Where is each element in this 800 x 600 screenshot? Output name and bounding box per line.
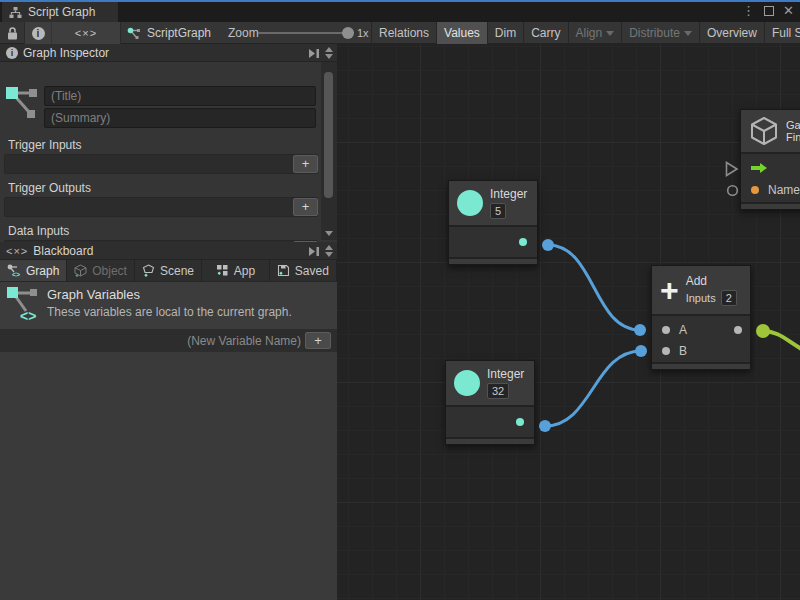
integer-type-icon: [457, 190, 483, 216]
object-tab-icon: [74, 264, 87, 277]
node-integer-5[interactable]: Integer 5: [448, 180, 538, 265]
graph-summary-input[interactable]: [44, 108, 316, 128]
graph-title-input[interactable]: [44, 86, 316, 106]
dock-icon[interactable]: [308, 246, 321, 257]
graph-inspector-body: Trigger Inputs + Trigger Outputs + Data …: [0, 62, 337, 240]
blackboard-icon: <×>: [6, 245, 28, 257]
control-input-arrow-icon[interactable]: [751, 163, 767, 173]
graph-tree-icon: [9, 6, 22, 19]
info-icon: i: [6, 47, 18, 59]
trigger-inputs-label: Trigger Inputs: [8, 138, 82, 152]
side-panel: i Graph Inspector Trigger Inputs + Trigg…: [0, 44, 337, 600]
window-menu-icon[interactable]: ⋮: [742, 2, 755, 20]
input-port-a[interactable]: [662, 326, 670, 334]
graph-breadcrumb[interactable]: ScriptGraph: [127, 22, 211, 44]
node-title-line1: Game Object: [786, 119, 800, 131]
graph-inspector-header: i Graph Inspector: [0, 44, 337, 62]
inputs-count-field[interactable]: 2: [721, 290, 737, 306]
graph-variables-icon: <>: [6, 285, 40, 325]
distribute-dropdown[interactable]: Distribute: [621, 22, 699, 44]
node-integer-32[interactable]: Integer 32: [445, 360, 535, 445]
graph-variables-info: <> Graph Variables These variables are l…: [0, 282, 337, 329]
scrollbar-thumb[interactable]: [324, 72, 333, 198]
tab-saved[interactable]: Saved: [270, 260, 337, 281]
output-port[interactable]: [516, 418, 524, 426]
output-port[interactable]: [734, 326, 742, 334]
tab-graph[interactable]: <> Graph: [0, 260, 67, 281]
graph-variables-title: Graph Variables: [47, 287, 140, 302]
fullscreen-button[interactable]: Full Screen: [764, 22, 800, 44]
integer-value-field[interactable]: 5: [490, 203, 506, 219]
overview-button[interactable]: Overview: [699, 22, 764, 44]
wire-add-output: [763, 331, 800, 351]
window-focus-highlight: [0, 0, 800, 2]
port-b-label: B: [679, 344, 687, 358]
trigger-outputs-label: Trigger Outputs: [8, 181, 91, 195]
window-maximize-icon[interactable]: [764, 6, 774, 16]
tab-scene[interactable]: Scene: [135, 260, 202, 281]
tab-app[interactable]: App: [202, 260, 269, 281]
node-gameobject-find[interactable]: Game Object Find Name: [740, 109, 800, 210]
new-variable-input[interactable]: [4, 331, 301, 350]
scroll-down-icon[interactable]: [325, 231, 333, 236]
script-graph-icon: [127, 27, 141, 40]
zoom-slider[interactable]: [258, 22, 354, 44]
add-trigger-output-button[interactable]: +: [293, 198, 318, 216]
blackboard-title: Blackboard: [33, 244, 93, 258]
zoom-slider-handle[interactable]: [342, 27, 354, 39]
graph-variables-description: These variables are local to the current…: [47, 305, 292, 319]
wire-endpoint[interactable]: [635, 345, 647, 357]
trigger-port-outline-icon[interactable]: [725, 161, 739, 177]
wire-endpoint[interactable]: [634, 324, 646, 336]
trigger-outputs-list: [4, 197, 318, 217]
panel-scroll-spinner[interactable]: [325, 47, 335, 59]
lock-button[interactable]: [2, 22, 23, 44]
wire-endpoint[interactable]: [756, 324, 770, 338]
integer-type-icon: [454, 370, 480, 396]
relations-button[interactable]: Relations: [371, 22, 436, 44]
wire-int5-to-a: [548, 245, 640, 330]
window-close-icon[interactable]: ✕: [783, 2, 794, 20]
add-trigger-input-button[interactable]: +: [293, 155, 318, 173]
window-titlebar: Script Graph ⋮ ✕: [0, 0, 800, 22]
dim-button[interactable]: Dim: [487, 22, 523, 44]
wire-endpoint[interactable]: [542, 239, 554, 251]
dock-icon[interactable]: [308, 48, 321, 59]
carry-button[interactable]: Carry: [523, 22, 567, 44]
cube-icon: [749, 115, 779, 147]
graph-name: ScriptGraph: [147, 26, 211, 40]
app-tab-icon: [216, 264, 229, 277]
node-title-line2: Find: [786, 131, 800, 143]
tab-label: Script Graph: [28, 5, 95, 19]
input-port-b[interactable]: [662, 347, 670, 355]
value-port-outline-icon[interactable]: [726, 184, 739, 197]
saved-tab-icon: [277, 264, 290, 277]
name-input-port[interactable]: [751, 186, 759, 194]
tab-object[interactable]: Object: [67, 260, 134, 281]
values-button[interactable]: Values: [436, 22, 487, 44]
node-title: Add: [686, 274, 737, 288]
blackboard-toggle-button[interactable]: <×>: [52, 22, 120, 44]
panel-scroll-spinner[interactable]: [325, 245, 335, 257]
add-icon: +: [660, 275, 679, 305]
zoom-value: 1x: [357, 22, 369, 44]
lock-icon: [7, 27, 18, 40]
inspector-scrollbar[interactable]: [321, 62, 337, 240]
zoom-slider-track[interactable]: [258, 32, 354, 34]
chevron-down-icon: [606, 31, 614, 36]
wire-endpoint[interactable]: [539, 420, 551, 432]
inspector-toggle-button[interactable]: i: [25, 22, 52, 44]
name-port-label: Name: [768, 183, 800, 197]
graph-toolbar: i <×> ScriptGraph Zoom 1x Relations Valu…: [0, 22, 800, 44]
output-port[interactable]: [519, 238, 527, 246]
graph-inspector-title: Graph Inspector: [23, 46, 109, 60]
graph-canvas[interactable]: Integer 5 Integer 32 + Add: [337, 44, 800, 600]
graph-tab-icon: <>: [7, 264, 21, 277]
node-add[interactable]: + Add Inputs 2 A B: [651, 265, 751, 370]
scene-tab-icon: [142, 264, 155, 277]
align-dropdown[interactable]: Align: [568, 22, 622, 44]
integer-value-field[interactable]: 32: [487, 383, 509, 399]
add-variable-button[interactable]: +: [305, 332, 331, 349]
tab-script-graph[interactable]: Script Graph: [2, 2, 118, 22]
svg-text:<>: <>: [12, 271, 20, 278]
